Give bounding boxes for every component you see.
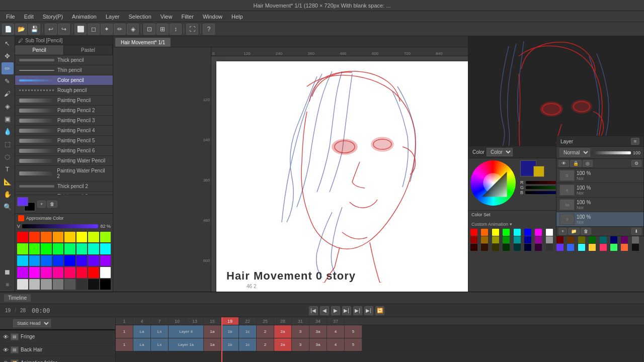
- brush-tool[interactable]: 🖌: [2, 87, 14, 100]
- color-swatch[interactable]: [621, 236, 628, 243]
- redo-btn[interactable]: ↪: [58, 24, 70, 35]
- pen-tool[interactable]: ✏: [2, 62, 14, 74]
- layer-settings-btn[interactable]: ⚙: [631, 160, 641, 167]
- big-color-swatch[interactable]: [53, 255, 64, 266]
- tool-thick-pencil-2[interactable]: Thick pencil 2: [15, 182, 113, 192]
- color-swatch[interactable]: [535, 244, 542, 251]
- tool-rough-pencil[interactable]: Rough pencil: [15, 85, 113, 96]
- fringe-cell-8[interactable]: 2: [257, 325, 274, 338]
- color-swatch[interactable]: [600, 236, 607, 243]
- tool-thick-pencil[interactable]: Thick pencil: [15, 55, 113, 65]
- back-hair-eye[interactable]: 👁: [3, 347, 9, 353]
- menu-filter[interactable]: Filter: [177, 13, 197, 21]
- tool-painting-pencil-6[interactable]: Painting Pencil 6: [15, 146, 113, 156]
- layer-blend-select[interactable]: Normal: [559, 148, 590, 157]
- tool-painting-pencil-5[interactable]: Painting Pencil 5: [15, 136, 113, 146]
- big-color-swatch[interactable]: [29, 243, 40, 254]
- layer-4[interactable]: 4 100 % Nor: [556, 183, 643, 198]
- color-swatch[interactable]: [524, 229, 531, 236]
- color-swatch[interactable]: [492, 244, 499, 251]
- big-color-swatch[interactable]: [88, 232, 99, 243]
- fringe-cell-2[interactable]: La: [133, 325, 151, 338]
- layer-lock-btn[interactable]: 🔒: [570, 160, 582, 167]
- open-file-btn[interactable]: 📂: [15, 24, 27, 35]
- big-color-swatch[interactable]: [100, 255, 111, 266]
- color-swatch[interactable]: [600, 244, 607, 251]
- color-swatch[interactable]: [524, 236, 531, 243]
- approx-color-swatch[interactable]: [18, 215, 24, 221]
- help-btn[interactable]: ?: [203, 24, 215, 35]
- prev-frame-btn[interactable]: ◀: [320, 306, 329, 315]
- eraser-tool[interactable]: ◈: [2, 100, 14, 112]
- color-background[interactable]: ■: [2, 279, 14, 291]
- new-layer-btn[interactable]: +: [558, 228, 567, 235]
- color-swatch[interactable]: [578, 236, 585, 243]
- goto-start-btn[interactable]: |◀: [309, 306, 318, 315]
- undo-btn[interactable]: ↩: [45, 24, 57, 35]
- layer-3[interactable]: 3 100 % Nor: [556, 212, 643, 226]
- layer-3a[interactable]: 3a 100 % Nor: [556, 198, 643, 212]
- bh-cell-13[interactable]: 5: [345, 338, 362, 351]
- loop-btn[interactable]: 🔁: [375, 306, 384, 315]
- color-swatch[interactable]: [470, 236, 477, 243]
- color-swatch[interactable]: [589, 236, 596, 243]
- select-tool[interactable]: ⬚: [2, 138, 14, 150]
- color-swatch[interactable]: [610, 236, 617, 243]
- tab-pastel[interactable]: Pastel: [64, 45, 113, 55]
- move-tool[interactable]: ✥: [2, 50, 14, 62]
- bh-cell-10[interactable]: 3: [292, 338, 309, 351]
- layer-ref-btn[interactable]: ◎: [583, 160, 593, 167]
- color-swatch[interactable]: [470, 229, 477, 236]
- pencil-tool[interactable]: ✎: [2, 75, 14, 87]
- color-swatch[interactable]: [546, 236, 553, 243]
- color-swatch[interactable]: [514, 229, 521, 236]
- tool-painting-pencil-2[interactable]: Painting Pencil 2: [15, 106, 113, 116]
- color-swatch[interactable]: [621, 244, 628, 251]
- color-swatch[interactable]: [556, 244, 564, 251]
- big-color-swatch[interactable]: [100, 232, 111, 243]
- menu-view[interactable]: View: [156, 13, 177, 21]
- fringe-cell-13[interactable]: 5: [345, 325, 362, 338]
- white-canvas[interactable]: Hair Movement 0 story: [216, 61, 468, 292]
- menu-story[interactable]: Story(P): [39, 13, 67, 21]
- canvas-tab-main[interactable]: Hair Movement* 1/1: [115, 38, 171, 47]
- color-wheel-container[interactable]: [470, 160, 518, 208]
- hand-tool[interactable]: ✋: [2, 188, 14, 200]
- menu-file[interactable]: File: [2, 13, 19, 21]
- big-color-swatch[interactable]: [76, 267, 88, 278]
- tool-painting-pencil-3[interactable]: Painting Pencil 3: [15, 116, 113, 126]
- big-color-swatch[interactable]: [88, 243, 99, 254]
- brush-btn[interactable]: ✏: [114, 24, 126, 35]
- zoom-tool[interactable]: 🔍: [2, 201, 14, 213]
- color-swatch[interactable]: [567, 244, 574, 251]
- tool-painting-water-pencil-2[interactable]: Painting Water Pencil 2: [15, 166, 113, 182]
- fringe-cell-11[interactable]: 3a: [309, 325, 327, 338]
- play-btn[interactable]: ▶: [331, 306, 340, 315]
- fringe-cell-6[interactable]: 1b: [221, 325, 239, 338]
- color-foreground[interactable]: ■: [2, 266, 14, 278]
- menu-help[interactable]: Help: [227, 13, 247, 21]
- big-color-swatch[interactable]: [100, 267, 111, 278]
- tool-thin-pencil[interactable]: Thin pencil: [15, 65, 113, 75]
- color-swatch[interactable]: [503, 244, 510, 251]
- big-color-swatch[interactable]: [76, 243, 88, 254]
- big-color-swatch[interactable]: [29, 232, 40, 243]
- menu-window[interactable]: Window: [199, 13, 226, 21]
- color-swatch[interactable]: [470, 244, 477, 251]
- delete-layer-btn[interactable]: 🗑: [581, 228, 591, 235]
- tool-painting-pencil-4[interactable]: Painting Pencil 4: [15, 126, 113, 136]
- big-color-swatch[interactable]: [88, 279, 99, 290]
- big-color-swatch[interactable]: [100, 279, 111, 290]
- big-color-swatch[interactable]: [17, 267, 28, 278]
- new-file-btn[interactable]: 📄: [2, 24, 14, 35]
- big-color-swatch[interactable]: [41, 279, 52, 290]
- bh-cell-8[interactable]: 2: [257, 338, 274, 351]
- animation-select[interactable]: Static Head: [13, 319, 51, 327]
- big-color-swatch[interactable]: [64, 279, 75, 290]
- fringe-cell-10[interactable]: 3: [292, 325, 309, 338]
- color-swatch[interactable]: [632, 244, 639, 251]
- big-color-swatch[interactable]: [17, 279, 28, 290]
- fringe-cell-7[interactable]: 1c: [239, 325, 257, 338]
- eyedrop-tool[interactable]: 💧: [2, 125, 14, 137]
- big-color-swatch[interactable]: [64, 232, 75, 243]
